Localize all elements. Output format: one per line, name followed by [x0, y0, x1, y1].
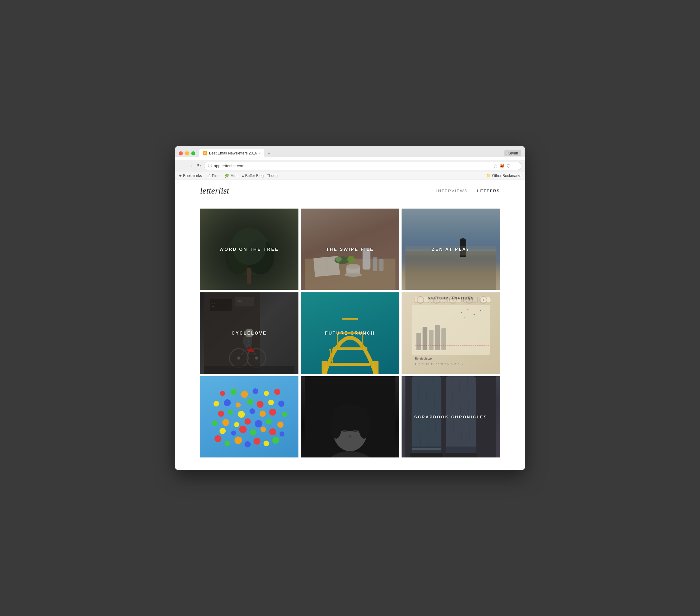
- grid-item-future-crunch[interactable]: FUTURE CRUNCH: [301, 292, 399, 374]
- grid-item-overlay: [200, 376, 298, 457]
- bookmark-star-icon: ★: [179, 174, 182, 178]
- address-bar: ← → ↻ ⓘ app.letterlist.com ☆ 🦊 🛡 ⋮: [175, 160, 525, 172]
- tabs-area: ℓ Best Email Newsletters 2016 × +: [199, 149, 504, 157]
- grid-item-title: CYCLELOVE: [225, 331, 273, 335]
- other-bookmarks-label: Other Bookmarks: [492, 174, 521, 178]
- grid-container: WORD ON THE TREE: [175, 202, 525, 470]
- bookmark-mint[interactable]: 🌿 Mint: [225, 174, 238, 178]
- tab-title: Best Email Newsletters 2016: [209, 151, 257, 156]
- site-header: letterlist INTERVIEWS LETTERS: [175, 180, 525, 202]
- minimize-button[interactable]: [185, 151, 189, 156]
- grid-item-overlay: WORD ON THE TREE: [200, 209, 298, 290]
- bookmarks-bar: ★ Bookmarks 📄 Pin It 🌿 Mint ≡ Buffer Blo…: [175, 172, 525, 180]
- tab-favicon: ℓ: [203, 151, 207, 156]
- back-button[interactable]: ←: [179, 163, 185, 170]
- bookmark-label: Mint: [230, 174, 238, 178]
- address-input[interactable]: ⓘ app.letterlist.com ☆ 🦊 🛡 ⋮: [204, 162, 521, 170]
- page-content: letterlist INTERVIEWS LETTERS: [175, 180, 525, 470]
- mint-icon: 🌿: [225, 174, 229, 178]
- grid-item-overlay: [301, 376, 399, 457]
- grid-item-overlay: ZEN AT PLAY: [402, 209, 500, 290]
- grid-item-overlay: SKETCHPLANATIONS: [402, 292, 500, 374]
- site-nav: INTERVIEWS LETTERS: [436, 188, 500, 193]
- grid-item-zen-at-play[interactable]: ZEN AT PLAY: [402, 209, 500, 290]
- grid-item-overlay: THE SWIPE FILE: [301, 209, 399, 290]
- bookmark-label: Pin It: [212, 174, 220, 178]
- firefox-icon[interactable]: 🦊: [499, 163, 505, 169]
- title-bar: ℓ Best Email Newsletters 2016 × + Kevan: [175, 146, 525, 157]
- grid-item-title: FUTURE CRUNCH: [319, 331, 381, 335]
- maximize-button[interactable]: [191, 151, 195, 156]
- bookmark-pinit[interactable]: 📄 Pin It: [206, 174, 220, 178]
- bookmark-star-icon[interactable]: ☆: [493, 163, 498, 169]
- other-bookmarks[interactable]: 📁 Other Bookmarks: [486, 174, 521, 178]
- newsletter-grid: WORD ON THE TREE: [200, 209, 500, 457]
- user-badge: Kevan: [504, 150, 521, 156]
- grid-item-overlay: SCRAPBOOK CHRONICLES: [402, 376, 500, 457]
- shield-icon[interactable]: 🛡: [507, 163, 511, 169]
- lock-icon: ⓘ: [208, 163, 212, 169]
- nav-interviews[interactable]: INTERVIEWS: [436, 188, 468, 193]
- pinit-icon: 📄: [206, 174, 211, 178]
- refresh-button[interactable]: ↻: [196, 162, 202, 170]
- site-logo[interactable]: letterlist: [200, 186, 229, 196]
- address-text: app.letterlist.com: [214, 163, 245, 168]
- grid-item-title: SCRAPBOOK CHRONICLES: [408, 415, 494, 419]
- grid-item-cyclelove[interactable]: JOU RNAL FRIDAY: [200, 292, 298, 374]
- buffer-icon: ≡: [242, 174, 244, 177]
- grid-item-overlay: FUTURE CRUNCH: [301, 292, 399, 374]
- tab-close-button[interactable]: ×: [259, 152, 261, 155]
- browser-window: ℓ Best Email Newsletters 2016 × + Kevan …: [175, 146, 525, 470]
- grid-item-sketchplanations[interactable]: 9 7 5 3 1: [402, 292, 500, 374]
- grid-item-balloons[interactable]: [200, 376, 298, 457]
- grid-item-swipe-file[interactable]: THE SWIPE FILE: [301, 209, 399, 290]
- address-action-icons: ☆ 🦊 🛡 ⋮: [493, 163, 517, 169]
- forward-button[interactable]: →: [188, 163, 194, 170]
- grid-item-title: THE SWIPE FILE: [320, 247, 380, 252]
- grid-item-portrait[interactable]: [301, 376, 399, 457]
- grid-item-title: SKETCHPLANATIONS: [422, 296, 480, 300]
- grid-item-title: WORD ON THE TREE: [213, 247, 285, 252]
- new-tab-button[interactable]: +: [265, 149, 273, 157]
- window-controls: [179, 151, 195, 156]
- bookmark-label: Buffer Blog - Thoug...: [245, 174, 280, 178]
- menu-icon[interactable]: ⋮: [513, 163, 517, 169]
- bookmark-buffer[interactable]: ≡ Buffer Blog - Thoug...: [242, 174, 280, 178]
- bookmark-bookmarks[interactable]: ★ Bookmarks: [179, 174, 202, 178]
- nav-letters[interactable]: LETTERS: [477, 188, 500, 193]
- grid-item-word-on-the-tree[interactable]: WORD ON THE TREE: [200, 209, 298, 290]
- folder-icon: 📁: [486, 174, 491, 178]
- active-tab[interactable]: ℓ Best Email Newsletters 2016 ×: [199, 149, 264, 157]
- grid-item-scrapbook-chronicles[interactable]: SCRAPBOOK CHRONICLES: [402, 376, 500, 457]
- close-button[interactable]: [179, 151, 183, 156]
- grid-item-overlay: CYCLELOVE: [200, 292, 298, 374]
- grid-item-title: ZEN AT PLAY: [426, 247, 476, 252]
- bookmark-label: Bookmarks: [183, 174, 202, 178]
